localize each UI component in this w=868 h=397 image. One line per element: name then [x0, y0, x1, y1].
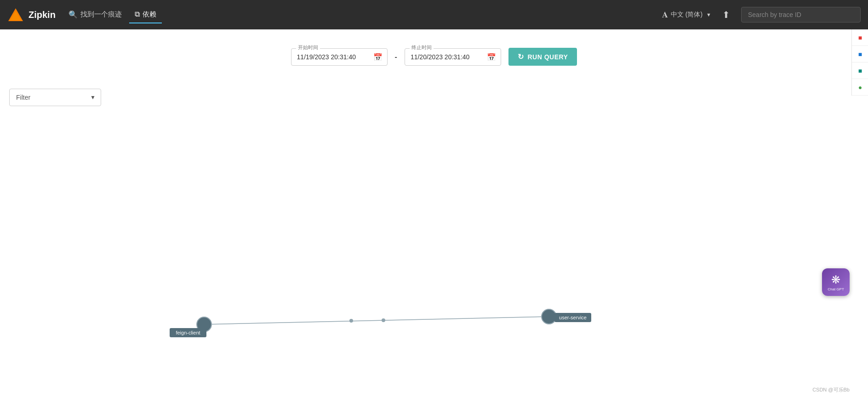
dependency-icon: ⧉ [135, 10, 140, 18]
upload-icon: ⬆ [722, 10, 730, 20]
end-date-value: 11/20/2023 20:31:40 [411, 53, 469, 61]
feign-client-label: feign-client [176, 330, 200, 335]
refresh-icon: ↻ [518, 52, 524, 61]
trace-id-search-input[interactable] [741, 7, 861, 23]
app-title: Zipkin [29, 10, 56, 20]
side-panel-item-3[interactable]: ■ [852, 62, 868, 79]
side-panel: ■ ■ ■ ● [851, 29, 868, 96]
graph-svg: feign-client user-service [9, 120, 859, 350]
main-nav: 🔍 找到一个痕迹 ⧉ 依赖 [63, 6, 162, 23]
translate-icon: 𝐀 [662, 10, 668, 20]
nav-dependency[interactable]: ⧉ 依赖 [129, 6, 162, 23]
upload-button[interactable]: ⬆ [719, 9, 734, 20]
filter-select[interactable]: Filter [9, 89, 101, 106]
search-icon: 🔍 [69, 10, 78, 19]
app-header: Zipkin 🔍 找到一个痕迹 ⧉ 依赖 𝐀 中文 (简体) ▼ ⬆ [0, 0, 868, 29]
user-service-node[interactable] [542, 309, 556, 324]
end-date-field[interactable]: 终止时间 11/20/2023 20:31:40 📅 [405, 48, 501, 66]
start-date-label: 开始时间 [296, 44, 320, 51]
chatgpt-icon: ❋ [831, 273, 840, 286]
side-panel-item-4[interactable]: ● [852, 79, 868, 96]
filter-wrapper: Filter ▼ [9, 89, 101, 106]
lang-selector[interactable]: 𝐀 中文 (简体) ▼ [662, 10, 711, 20]
date-range-bar: 开始时间 11/19/2023 20:31:40 📅 - 终止时间 11/20/… [9, 39, 859, 70]
start-date-field[interactable]: 开始时间 11/19/2023 20:31:40 📅 [291, 48, 388, 66]
side-panel-item-2[interactable]: ■ [852, 46, 868, 62]
dependency-graph: feign-client user-service [9, 120, 859, 350]
end-date-label: 终止时间 [410, 44, 434, 51]
nav-find-trace[interactable]: 🔍 找到一个痕迹 [63, 6, 127, 23]
end-calendar-icon[interactable]: 📅 [487, 52, 496, 61]
logo-area[interactable]: Zipkin [7, 6, 56, 23]
zipkin-logo-icon [7, 6, 24, 23]
start-date-value: 11/19/2023 20:31:40 [297, 53, 356, 61]
side-panel-item-1[interactable]: ■ [852, 29, 868, 46]
main-content: 开始时间 11/19/2023 20:31:40 📅 - 终止时间 11/20/… [0, 29, 868, 397]
start-calendar-icon[interactable]: 📅 [373, 52, 383, 61]
user-service-label: user-service [559, 315, 587, 320]
chatgpt-label: Chat GPT [828, 287, 844, 291]
date-separator: - [395, 53, 397, 61]
edge-midpoint-1 [349, 319, 353, 323]
chevron-down-icon: ▼ [706, 12, 711, 17]
chatgpt-badge[interactable]: ❋ Chat GPT [822, 268, 850, 296]
edge-midpoint-2 [382, 318, 385, 322]
footer-text: CSDN @可乐Bb [812, 386, 850, 393]
run-query-button[interactable]: ↻ RUN QUERY [508, 48, 577, 66]
dependency-edge [204, 317, 549, 324]
filter-area: Filter ▼ [9, 84, 859, 111]
